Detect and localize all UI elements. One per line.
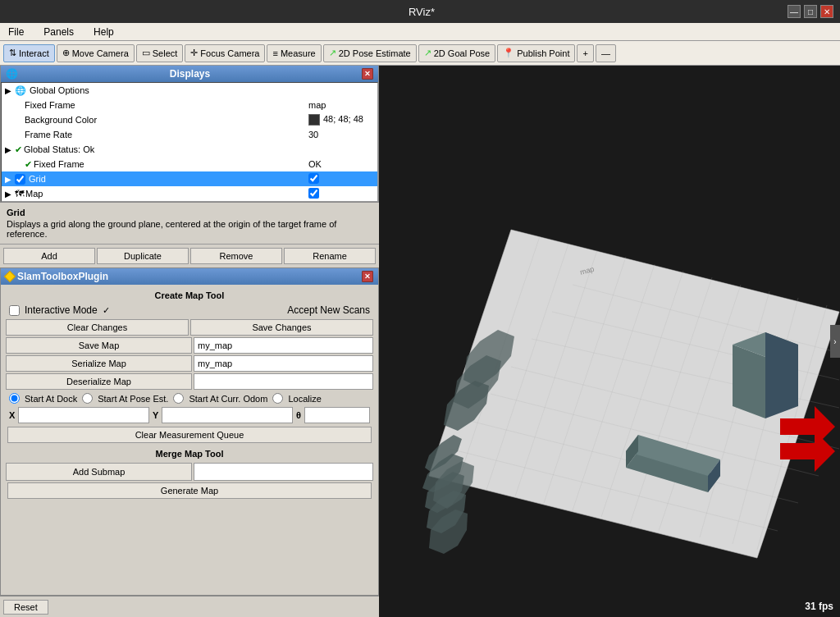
right-panel: map › 31 fps: [379, 66, 840, 617]
publish-point-icon: 📍: [503, 48, 514, 58]
save-changes-button[interactable]: Save Changes: [190, 319, 373, 336]
rename-button[interactable]: Rename: [284, 248, 376, 264]
interactive-mode-check-indicator: ✓: [103, 305, 110, 316]
toolbar: ⇅ Interact ⊕ Move Camera ▭ Select ✛ Focu…: [0, 41, 840, 66]
add-submap-row: Add Submap: [6, 463, 373, 481]
clear-changes-button[interactable]: Clear Changes: [6, 319, 189, 336]
fixed-frame-status-value: OK: [308, 159, 374, 169]
goal-pose-button[interactable]: ↗ 2D Goal Pose: [418, 44, 495, 62]
duplicate-button[interactable]: Duplicate: [97, 248, 189, 264]
fixed-frame-status-label: Fixed Frame: [34, 159, 308, 169]
separator-tool-button[interactable]: —: [596, 44, 616, 62]
publish-point-button[interactable]: 📍 Publish Point: [497, 44, 575, 62]
select-icon: ▭: [142, 48, 150, 58]
map-enabled-checkbox[interactable]: [308, 188, 319, 199]
focus-camera-icon: ✛: [190, 48, 198, 58]
global-options-label: Global Options: [30, 85, 374, 95]
minimize-button[interactable]: —: [788, 5, 801, 18]
start-at-pose-radio[interactable]: [82, 393, 93, 404]
localize-radio[interactable]: [272, 393, 283, 404]
displays-globe-icon: 🌐: [6, 68, 18, 80]
displays-panel: 🌐 Displays ✕ ▶ 🌐 Global Options Fixed Fr…: [0, 66, 379, 203]
localize-label: Localize: [288, 394, 321, 404]
tree-grid[interactable]: ▶ Grid: [2, 171, 377, 186]
interactive-mode-label: Interactive Mode: [25, 304, 98, 316]
left-panel: 🌐 Displays ✕ ▶ 🌐 Global Options Fixed Fr…: [0, 66, 379, 617]
tree-global-status[interactable]: ▶ ✔ Global Status: Ok: [2, 142, 377, 157]
move-camera-button[interactable]: ⊕ Move Camera: [57, 44, 135, 62]
background-color-value: 48; 48; 48: [308, 114, 374, 126]
add-tool-button[interactable]: +: [577, 44, 593, 62]
tree-fixed-frame[interactable]: Fixed Frame map: [2, 98, 377, 112]
save-map-button[interactable]: Save Map: [6, 337, 192, 354]
serialize-map-input[interactable]: [194, 355, 373, 372]
save-map-row: Save Map: [6, 337, 373, 354]
displays-tree: ▶ 🌐 Global Options Fixed Frame map Backg…: [1, 82, 378, 202]
tree-map[interactable]: ▶ 🗺 Map: [2, 186, 377, 201]
collapse-panel-arrow[interactable]: ›: [830, 325, 840, 358]
measure-button[interactable]: ≡ Measure: [267, 44, 321, 62]
start-at-dock-radio[interactable]: [9, 393, 20, 404]
pose-estimate-button[interactable]: ↗ 2D Pose Estimate: [323, 44, 417, 62]
save-map-input[interactable]: [194, 337, 373, 354]
add-button[interactable]: Add: [3, 248, 95, 264]
displays-panel-header: 🌐 Displays ✕: [1, 66, 378, 82]
grid-enabled-checkbox[interactable]: [308, 173, 319, 184]
add-submap-button[interactable]: Add Submap: [6, 463, 192, 481]
description-title: Grid: [7, 208, 372, 217]
plugin-title: SlamToolboxPlugin: [17, 271, 108, 282]
x-input[interactable]: [18, 407, 149, 423]
grid-checkbox[interactable]: [15, 174, 25, 185]
menu-file[interactable]: File: [3, 25, 29, 39]
goal-pose-label: 2D Goal Pose: [434, 48, 490, 58]
deserialize-map-button[interactable]: Deserialize Map: [6, 373, 192, 390]
y-label: Y: [153, 410, 158, 420]
generate-map-button[interactable]: Generate Map: [7, 482, 372, 499]
clear-measurement-queue-button[interactable]: Clear Measurement Queue: [7, 427, 372, 443]
viewport-3d[interactable]: map › 31 fps: [379, 66, 840, 617]
interact-icon: ⇅: [9, 48, 16, 58]
start-at-odom-radio[interactable]: [173, 393, 184, 404]
tree-frame-rate[interactable]: Frame Rate 30: [2, 127, 377, 142]
slam-plugin-panel: SlamToolboxPlugin ✕ Create Map Tool Inte…: [0, 267, 379, 596]
interact-button[interactable]: ⇅ Interact: [3, 44, 55, 62]
interactive-mode-checkbox[interactable]: [9, 305, 20, 316]
focus-camera-button[interactable]: ✛ Focus Camera: [185, 44, 265, 62]
merge-map-section: Merge Map Tool Add Submap Generate Map: [6, 446, 373, 499]
plugin-content: Create Map Tool Interactive Mode ✓ Accep…: [1, 285, 378, 504]
y-input[interactable]: [162, 407, 293, 423]
fps-indicator: 31 fps: [805, 601, 833, 612]
select-button[interactable]: ▭ Select: [136, 44, 184, 62]
reset-button[interactable]: Reset: [3, 600, 48, 615]
expand-arrow-icon: ▶: [5, 86, 11, 95]
color-swatch-icon: [308, 114, 320, 126]
window-title: RViz*: [56, 6, 788, 18]
merge-map-section-title: Merge Map Tool: [6, 446, 373, 461]
displays-close-button[interactable]: ✕: [362, 68, 373, 80]
theta-input[interactable]: [304, 407, 370, 423]
deserialize-map-row: Deserialize Map: [6, 373, 373, 390]
serialize-map-button[interactable]: Serialize Map: [6, 355, 192, 372]
background-color-label: Background Color: [25, 115, 308, 125]
maximize-button[interactable]: □: [804, 5, 817, 18]
fixed-frame-label: Fixed Frame: [25, 100, 308, 110]
title-bar: RViz* — □ ✕: [0, 0, 840, 23]
tree-background-color[interactable]: Background Color 48; 48; 48: [2, 112, 377, 127]
plugin-close-button[interactable]: ✕: [362, 271, 373, 282]
menu-panels[interactable]: Panels: [39, 25, 79, 39]
interact-label: Interact: [19, 48, 49, 58]
interactive-mode-row: Interactive Mode ✓ Accept New Scans: [6, 303, 373, 318]
status-checkmark-icon: ✔: [25, 159, 32, 170]
deserialize-map-input[interactable]: [194, 373, 373, 390]
add-submap-input[interactable]: [194, 463, 373, 481]
grid-expand-arrow-icon: ▶: [5, 175, 11, 184]
tree-fixed-frame-status[interactable]: ✔ Fixed Frame OK: [2, 157, 377, 171]
menu-help[interactable]: Help: [89, 25, 119, 39]
tree-global-options[interactable]: ▶ 🌐 Global Options: [2, 83, 377, 98]
remove-button[interactable]: Remove: [190, 248, 282, 264]
theta-label: θ: [296, 410, 301, 420]
close-button[interactable]: ✕: [820, 5, 833, 18]
frame-rate-label: Frame Rate: [25, 130, 308, 139]
serialize-map-row: Serialize Map: [6, 355, 373, 372]
pose-estimate-icon: ↗: [329, 48, 336, 58]
